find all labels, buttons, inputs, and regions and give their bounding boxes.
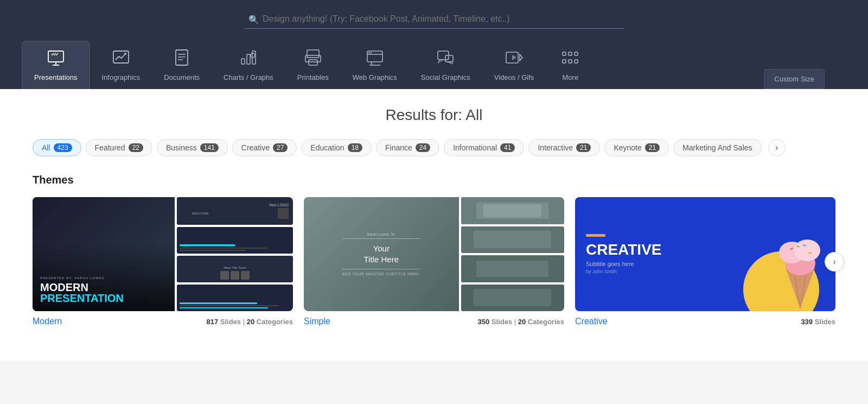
- search-input[interactable]: [244, 10, 624, 29]
- main-content: Results for: All All423Featured22Busines…: [0, 89, 868, 361]
- custom-size-button[interactable]: Custom Size: [764, 69, 825, 89]
- svg-line-5: [56, 53, 58, 55]
- nav-label-documents: Documents: [164, 73, 200, 81]
- nav-label-videos_gifs: Videos / Gifs: [494, 73, 534, 81]
- simple-mini-3: [461, 255, 564, 282]
- filter-pill-informational[interactable]: Informational41: [444, 139, 524, 156]
- modern-theme-name[interactable]: Modern: [33, 317, 62, 326]
- nav-item-social_graphics[interactable]: Social Graphics: [409, 41, 482, 89]
- simple-subtitle: ADD YOUR AMAZING SUBTITLE HERE.: [342, 272, 421, 276]
- svg-rect-6: [113, 51, 129, 63]
- nav-label-infographics: Infographics: [102, 73, 141, 81]
- theme-info-creative: Creative 339 Slides: [575, 317, 835, 326]
- svg-rect-33: [569, 52, 572, 55]
- simple-title: YourTitle Here: [342, 238, 421, 269]
- modern-theme-meta: 817 Slides | 20 Categories: [206, 318, 293, 326]
- nav-item-more[interactable]: More: [546, 41, 595, 89]
- svg-point-43: [794, 239, 820, 261]
- simple-mini-4: [461, 285, 564, 312]
- pill-label-keynote: Keynote: [614, 143, 641, 152]
- mini-slide-4: [177, 285, 293, 311]
- filter-pills-next-arrow[interactable]: ›: [768, 139, 786, 156]
- pill-label-finance: Finance: [385, 143, 412, 152]
- pill-count-interactive: 21: [576, 143, 591, 152]
- svg-line-3: [52, 53, 54, 55]
- next-arrow-button[interactable]: ›: [825, 252, 844, 272]
- nav-label-charts_graphs: Charts / Graphs: [224, 73, 273, 81]
- nav-item-charts_graphs[interactable]: Charts / Graphs: [212, 41, 285, 89]
- mini-slide-3: Meet The Team: [177, 256, 293, 282]
- creative-left-content: CREATIVE Subtitle goes here by John Smit…: [586, 234, 662, 274]
- nav-item-documents[interactable]: Documents: [152, 41, 212, 89]
- simple-slides-count: 350: [477, 318, 489, 326]
- filter-pills: All423Featured22Business141Creative27Edu…: [33, 139, 835, 156]
- pill-count-finance: 24: [416, 143, 430, 152]
- simple-main-slide: Sarah Lowes, M. YourTitle Here ADD YOUR …: [304, 197, 459, 311]
- nav-item-web_graphics[interactable]: Web Graphics: [341, 41, 409, 89]
- svg-rect-0: [48, 51, 63, 62]
- pill-label-informational: Informational: [453, 143, 497, 152]
- filter-pill-marketing_and_sales[interactable]: Marketing And Sales: [673, 139, 761, 156]
- svg-rect-18: [309, 60, 317, 65]
- theme-thumb-modern: PRESENTED BY: SARAH LOWES MODERN PRESENT…: [33, 197, 293, 311]
- search-icon: 🔍: [248, 14, 259, 24]
- nav-label-printables: Printables: [297, 73, 329, 81]
- simple-slides-label: Slides: [492, 318, 512, 326]
- nav-icon-more: [560, 48, 580, 70]
- filter-pill-finance[interactable]: Finance24: [376, 139, 439, 156]
- creative-by: by John Smith: [586, 269, 662, 274]
- mini-your-logo: Your LOGO: [269, 203, 289, 207]
- theme-card-creative[interactable]: CREATIVE Subtitle goes here by John Smit…: [575, 197, 835, 326]
- creative-main-slide: CREATIVE Subtitle goes here by John Smit…: [575, 197, 835, 311]
- creative-slides-label: Slides: [815, 318, 835, 326]
- theme-card-simple[interactable]: Sarah Lowes, M. YourTitle Here ADD YOUR …: [304, 197, 564, 326]
- pill-count-all: 423: [54, 143, 72, 152]
- simple-mini-2: [461, 226, 564, 254]
- svg-rect-16: [307, 50, 319, 58]
- svg-marker-31: [512, 55, 516, 60]
- filter-pill-interactive[interactable]: Interactive21: [528, 139, 600, 156]
- nav-label-presentations: Presentations: [34, 73, 78, 81]
- pill-label-marketing_and_sales: Marketing And Sales: [682, 143, 752, 152]
- svg-point-7: [124, 53, 126, 55]
- simple-theme-meta: 350 Slides | 20 Categories: [477, 318, 564, 326]
- nav-icon-videos_gifs: [505, 48, 524, 70]
- simple-presented-by: Sarah Lowes, M.: [342, 232, 421, 236]
- simple-theme-name[interactable]: Simple: [304, 317, 330, 326]
- svg-rect-34: [575, 52, 578, 55]
- svg-rect-13: [247, 54, 250, 64]
- creative-theme-name[interactable]: Creative: [575, 317, 608, 326]
- creative-accent-bar: [586, 234, 605, 237]
- filter-pill-all[interactable]: All423: [33, 139, 81, 156]
- modern-categories-count: 20: [247, 318, 254, 326]
- filter-pill-business[interactable]: Business141: [157, 139, 228, 156]
- mini-slide-1: Your LOGO WELCOME: [177, 197, 293, 225]
- modern-right-slides: Your LOGO WELCOME Meet The: [177, 197, 293, 311]
- filter-pill-keynote[interactable]: Keynote21: [604, 139, 669, 156]
- filter-pill-creative[interactable]: Creative27: [232, 139, 297, 156]
- nav-label-social_graphics: Social Graphics: [421, 73, 470, 81]
- theme-thumb-simple: Sarah Lowes, M. YourTitle Here ADD YOUR …: [304, 197, 564, 311]
- nav-item-infographics[interactable]: Infographics: [90, 41, 152, 89]
- pill-count-business: 141: [200, 143, 219, 152]
- filter-pill-education[interactable]: Education18: [301, 139, 372, 156]
- svg-rect-35: [563, 60, 566, 63]
- svg-rect-36: [569, 60, 572, 63]
- modern-categories-label: Categories: [257, 318, 293, 326]
- svg-rect-8: [176, 50, 188, 65]
- nav-item-videos_gifs[interactable]: Videos / Gifs: [482, 41, 546, 89]
- modern-subtitle: PRESENTATION: [40, 293, 167, 304]
- nav-icon-infographics: [111, 48, 131, 70]
- nav-item-presentations[interactable]: Presentations: [22, 41, 90, 89]
- pill-count-keynote: 21: [645, 143, 660, 152]
- theme-info-modern: Modern 817 Slides | 20 Categories: [33, 317, 293, 326]
- nav-label-more: More: [563, 73, 579, 81]
- svg-rect-12: [241, 59, 245, 64]
- nav-categories: PresentationsInfographicsDocumentsCharts…: [22, 41, 846, 89]
- filter-pill-featured[interactable]: Featured22: [86, 139, 152, 156]
- mini-slide-2: [177, 227, 293, 254]
- nav-item-printables[interactable]: Printables: [285, 41, 341, 89]
- mini-welcome-text: WELCOME: [192, 212, 209, 215]
- modern-slides-count: 817: [206, 318, 218, 326]
- theme-card-modern[interactable]: PRESENTED BY: SARAH LOWES MODERN PRESENT…: [33, 197, 293, 326]
